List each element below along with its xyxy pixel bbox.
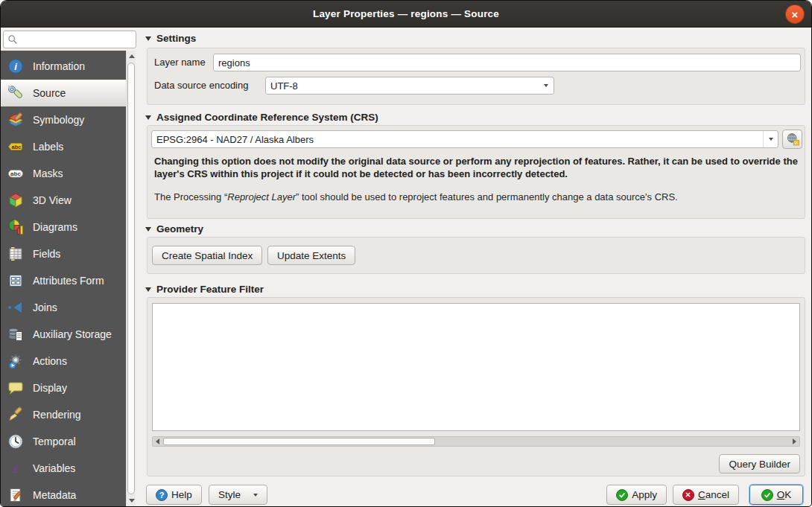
- scrollbar-right-arrow-icon[interactable]: [790, 437, 799, 446]
- sidebar-item-display[interactable]: Display: [1, 374, 126, 401]
- svg-text:abc: abc: [10, 170, 21, 177]
- scrollbar-down-arrow-icon[interactable]: [127, 496, 136, 506]
- style-button[interactable]: Style: [209, 485, 267, 505]
- label-tag-icon: abc: [7, 138, 24, 155]
- info-icon: i: [7, 58, 24, 74]
- collapse-arrow-icon[interactable]: [145, 287, 151, 292]
- sidebar-item-label: Temporal: [33, 436, 76, 447]
- cube-3d-icon: [7, 192, 24, 208]
- cancel-button[interactable]: Cancel: [673, 485, 739, 505]
- svg-text:i: i: [14, 61, 17, 72]
- scrollbar-up-arrow-icon[interactable]: [127, 51, 136, 61]
- sidebar-item-label: Labels: [33, 141, 63, 153]
- settings-section-header[interactable]: Settings: [145, 33, 196, 44]
- create-spatial-index-button[interactable]: Create Spatial Index: [152, 246, 262, 265]
- sidebar: i Information Source Symbology abc Label…: [1, 28, 139, 506]
- sidebar-item-fields[interactable]: Fields: [1, 240, 126, 267]
- layer-properties-dialog: Layer Properties — regions — Source × i …: [0, 0, 812, 507]
- sidebar-scrollbar[interactable]: [126, 51, 136, 506]
- collapse-arrow-icon[interactable]: [145, 115, 151, 120]
- section-title: Geometry: [156, 223, 203, 235]
- reproject-layer-tool-name: Reproject Layer: [227, 191, 296, 203]
- apply-check-icon: [616, 489, 628, 501]
- sidebar-item-label: Actions: [33, 355, 67, 367]
- sidebar-item-variables[interactable]: ε Variables: [1, 455, 126, 482]
- encoding-label: Data source encoding: [154, 77, 248, 95]
- sidebar-scrollbar-thumb[interactable]: [127, 63, 135, 494]
- sidebar-item-label: Symbology: [33, 114, 84, 126]
- filter-scrollbar-thumb[interactable]: [163, 438, 435, 445]
- document-pencil-icon: [7, 487, 24, 503]
- encoding-value: UTF-8: [266, 80, 539, 92]
- sidebar-item-actions[interactable]: Actions: [1, 348, 126, 374]
- filter-horizontal-scrollbar[interactable]: [152, 436, 800, 447]
- update-extents-button[interactable]: Update Extents: [267, 246, 355, 265]
- crs-warning-text: Changing this option does not modify the…: [154, 155, 798, 180]
- help-icon: ?: [156, 489, 168, 501]
- help-button[interactable]: ? Help: [146, 485, 202, 505]
- epsilon-icon: ε: [7, 460, 24, 476]
- crs-group: EPSG:2964 - NAD27 / Alaska Albers Changi…: [147, 125, 805, 219]
- provider-filter-section-header[interactable]: Provider Feature Filter: [145, 284, 264, 295]
- sidebar-item-label: Display: [33, 382, 67, 394]
- crs-combobox[interactable]: EPSG:2964 - NAD27 / Alaska Albers: [151, 130, 778, 148]
- sidebar-item-label: Source: [33, 87, 66, 99]
- sidebar-item-symbology[interactable]: Symbology: [1, 106, 126, 133]
- section-title: Settings: [156, 33, 196, 44]
- sidebar-item-label: Rendering: [33, 409, 81, 421]
- close-button[interactable]: ×: [785, 4, 805, 24]
- collapse-arrow-icon[interactable]: [145, 227, 151, 232]
- sidebar-item-label: Attributes Form: [33, 275, 104, 287]
- section-title: Provider Feature Filter: [156, 284, 264, 295]
- crs-section-header[interactable]: Assigned Coordinate Reference System (CR…: [145, 112, 378, 123]
- layer-name-input[interactable]: [213, 54, 801, 71]
- sidebar-item-information[interactable]: i Information: [1, 53, 126, 80]
- sidebar-item-labels[interactable]: abc Labels: [1, 133, 126, 160]
- sidebar-item-joins[interactable]: Joins: [1, 294, 126, 321]
- ok-check-icon: [761, 489, 773, 501]
- crs-note-text: The Processing “Reproject Layer” tool sh…: [154, 191, 798, 203]
- geometry-group: Create Spatial Index Update Extents: [147, 237, 805, 274]
- sidebar-item-label: Auxiliary Storage: [33, 328, 112, 340]
- scrollbar-left-arrow-icon[interactable]: [153, 437, 162, 446]
- database-icon: [7, 326, 24, 342]
- dialog-action-buttons: Apply Cancel OK: [606, 485, 803, 505]
- sidebar-item-temporal[interactable]: Temporal: [1, 428, 126, 455]
- pie-chart-icon: [7, 219, 24, 235]
- provider-filter-group: Query Builder: [147, 297, 805, 476]
- sidebar-item-3d-view[interactable]: 3D View: [1, 187, 126, 214]
- form-icon: [7, 272, 24, 289]
- gear-action-icon: [7, 353, 24, 369]
- sidebar-item-label: Fields: [33, 248, 60, 260]
- sidebar-item-attributes-form[interactable]: Attributes Form: [1, 267, 126, 294]
- main-panel: Settings Layer name Data source encoding…: [139, 28, 812, 507]
- close-icon: ×: [792, 8, 799, 21]
- sidebar-item-auxiliary-storage[interactable]: Auxiliary Storage: [1, 321, 126, 348]
- sidebar-item-metadata[interactable]: Metadata: [1, 482, 126, 507]
- cancel-x-icon: [682, 489, 694, 501]
- sidebar-nav: i Information Source Symbology abc Label…: [1, 51, 126, 506]
- sidebar-item-masks[interactable]: abc Masks: [1, 160, 126, 187]
- select-crs-button[interactable]: [782, 130, 802, 149]
- sidebar-item-label: Metadata: [33, 489, 76, 501]
- sidebar-item-diagrams[interactable]: Diagrams: [1, 214, 126, 240]
- table-fields-icon: [7, 246, 24, 262]
- titlebar[interactable]: Layer Properties — regions — Source ×: [1, 1, 811, 28]
- paintbrush-icon: [7, 406, 24, 423]
- geometry-section-header[interactable]: Geometry: [145, 223, 203, 235]
- sidebar-item-label: Joins: [33, 302, 57, 313]
- encoding-combobox[interactable]: UTF-8: [265, 77, 554, 95]
- search-icon: [7, 34, 18, 45]
- ok-button[interactable]: OK: [749, 485, 803, 505]
- apply-button[interactable]: Apply: [606, 485, 667, 505]
- sidebar-item-source[interactable]: Source: [1, 80, 126, 106]
- search-box[interactable]: [3, 31, 136, 48]
- query-builder-button[interactable]: Query Builder: [719, 454, 800, 473]
- sidebar-item-rendering[interactable]: Rendering: [1, 401, 126, 428]
- filter-expression-textarea[interactable]: [152, 303, 800, 431]
- search-input[interactable]: [18, 32, 136, 47]
- join-triangle-icon: [7, 299, 24, 316]
- collapse-arrow-icon[interactable]: [145, 36, 151, 41]
- crs-value: EPSG:2964 - NAD27 / Alaska Albers: [152, 134, 763, 145]
- chevron-down-icon: [544, 84, 548, 87]
